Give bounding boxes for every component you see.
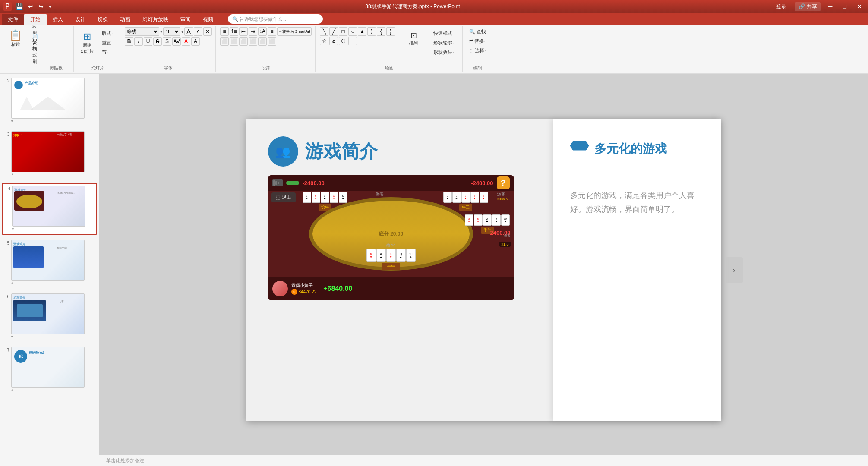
col-btn[interactable]: ⬜ [258,37,267,46]
paste-btn[interactable]: 📋 粘贴 [6,27,25,50]
font-size-select[interactable]: 18 [163,27,180,36]
reset-btn[interactable]: 重置 [100,38,115,47]
align-text-btn[interactable]: ≡ [268,27,276,36]
right-title-row: 多元化的游戏 [570,141,706,157]
decrease-font-btn[interactable]: A [194,27,202,36]
slide-thumb-7[interactable]: 7 纪 经销商分成 * [2,345,97,395]
shape-6[interactable]: ⟩ [367,27,376,36]
shadow-btn[interactable]: S [163,37,171,46]
tab-file[interactable]: 文件 [2,14,24,25]
shape-2[interactable]: ╱ [329,27,338,36]
save-quick-btn[interactable]: 💾 [14,2,24,11]
numbering-btn[interactable]: 1≡ [230,27,238,36]
tab-insert[interactable]: 插入 [47,14,69,25]
justify-btn[interactable]: ⬜ [249,37,257,46]
minimize-btn[interactable]: ─ [826,2,835,11]
increase-font-btn[interactable]: A [184,27,193,36]
right-description: 多元化的游戏，满足各类用户个人喜好。游戏流畅，界面简单明了。 [570,189,706,217]
line-spacing-btn[interactable]: ⬜ [268,37,276,46]
shape-effect-btn[interactable]: 形状效果· [431,48,457,57]
font-highlight-btn[interactable]: A [191,37,200,46]
slide-panel[interactable]: 2 产品介绍 * 3 冲啊！ 一些文字内容 * [0,74,99,466]
shape-fill-btn[interactable]: 形状轮廓· [431,38,457,47]
align-left-btn[interactable]: ⬜ [220,37,229,46]
game-table-area: ⬚ 退出 2♣ 6♦ [268,191,514,277]
strikethrough-btn[interactable]: S [153,37,162,46]
layout-btn[interactable]: 版式· [100,29,115,38]
clear-format-btn[interactable]: ✕ [203,27,212,36]
new-slide-btn[interactable]: ⊞ 新建 幻灯片 [78,31,96,54]
slide-thumb-5[interactable]: 5 游戏简介 内容文字... * [2,238,97,288]
game-top-bar: -2400.00 -2400.00 ? [268,175,514,191]
shape-3[interactable]: □ [339,27,347,36]
shape-10[interactable]: ⌀ [329,37,338,45]
tab-design[interactable]: 设计 [69,14,92,25]
shape-7[interactable]: { [377,27,385,36]
find-btn[interactable]: 🔍 查找 [467,27,488,36]
shape-9[interactable]: ☆ [320,37,328,45]
shape-5[interactable]: ▲ [358,27,366,36]
notes-placeholder[interactable]: 单击此处添加备注 [106,457,144,464]
slide-next-arrow[interactable]: › [726,257,743,283]
bold-btn[interactable]: B [125,37,133,46]
bullets-btn[interactable]: ≡ [220,27,229,36]
align-right-btn[interactable]: ⬜ [239,37,248,46]
text-direction-btn[interactable]: ↕A [258,27,267,36]
underline-btn[interactable]: U [144,37,152,46]
slide-title-icon: 👥 [268,136,298,167]
section-btn[interactable]: 节· [100,48,115,57]
redo-quick-btn[interactable]: ↪ [37,2,45,11]
score-left-top: -2400.00 [303,180,325,186]
help-question-icon[interactable]: ? [497,176,510,189]
decrease-indent-btn[interactable]: ⇤ [239,27,248,36]
exit-btn[interactable]: ⬚ 退出 [271,192,296,202]
font-color-btn[interactable]: A [182,37,190,46]
char-spacing-btn[interactable]: AV [172,37,181,46]
tab-review[interactable]: 审阅 [174,14,197,25]
slide-left: 👥 游戏简介 [246,119,553,421]
titlebar-controls: 登录 🔗 共享 ─ □ ✕ [773,2,865,11]
slide-title-row: 👥 游戏简介 [268,136,540,167]
login-btn[interactable]: 登录 [773,2,790,11]
tab-transition[interactable]: 切换 [92,14,114,25]
align-center-btn[interactable]: ⬜ [230,37,238,46]
format-paint-btn[interactable]: 🖌 格式刷 [30,48,41,57]
shape-12[interactable]: ⋯ [348,37,357,45]
slide-thumb-6[interactable]: 6 游戏简介 内容... * [2,292,97,342]
slide-thumb-3[interactable]: 3 冲啊！ 一些文字内容 * [2,129,97,179]
slides-label: 幻灯片 [78,64,117,71]
shape-11[interactable]: ⬡ [339,37,347,45]
tab-slideshow[interactable]: 幻灯片放映 [136,14,174,25]
restore-btn[interactable]: □ [840,2,849,11]
tab-home[interactable]: 开始 [24,14,47,25]
tab-video[interactable]: 视频 [197,14,219,25]
more-quick-btn[interactable]: ▾ [47,3,53,10]
arrange-btn[interactable]: ⊡ 排列 [405,27,422,50]
right-divider [570,171,706,171]
bottom-player-name: 置俩小妹子 [291,283,317,289]
bottom-coins: 84470.22 [299,290,317,294]
font-family-select[interactable]: 等线 [125,27,159,36]
increase-indent-btn[interactable]: ⇥ [249,27,257,36]
shape-1[interactable]: ╲ [320,27,328,36]
help-search[interactable]: 🔍 告诉我您想要做什么... [228,14,323,24]
tab-animation[interactable]: 动画 [114,14,136,25]
shape-4[interactable]: ○ [348,27,357,36]
ribbon-group-paragraph: ≡ 1≡ ⇤ ⇥ ↕A ≡ →转换为 SmartArt ⬜ ⬜ ⬜ ⬜ ⬜ ⬜ [217,26,316,72]
shape-8[interactable]: } [386,27,395,36]
undo-quick-btn[interactable]: ↩ [27,2,35,11]
slide-main-title: 游戏简介 [305,139,378,164]
replace-btn[interactable]: ⇄ 替换· [467,37,488,45]
right-section-icon [570,141,589,157]
close-btn[interactable]: ✕ [854,2,865,11]
quick-styles-btn[interactable]: 快速样式 [431,29,457,38]
italic-btn[interactable]: I [134,37,143,46]
select-btn[interactable]: ⬚ 选择· [467,46,488,55]
slide-thumb-4[interactable]: 4 游戏简介 多元化的游戏... * [2,183,97,235]
slide-thumb-2[interactable]: 2 产品介绍 * [2,76,97,126]
bottom-score: +6840.00 [323,285,352,293]
player-top-right: 9♠ 9♣ 2♦ 6♥ [443,192,488,211]
smartart-btn[interactable]: →转换为 SmartArt [277,27,312,36]
multiplier-3: x1.0 [499,242,510,247]
share-btn[interactable]: 🔗 共享 [795,2,820,11]
